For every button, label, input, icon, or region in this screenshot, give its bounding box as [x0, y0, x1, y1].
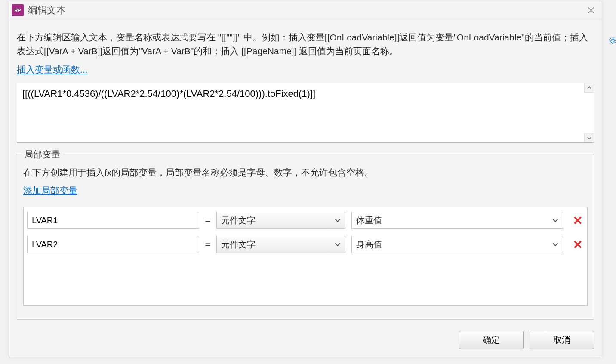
- dialog-body: 在下方编辑区输入文本，变量名称或表达式要写在 "[[""]]" 中。例如：插入变…: [9, 20, 602, 331]
- scroll-up-button[interactable]: [584, 83, 594, 93]
- delete-icon: [573, 240, 582, 249]
- expression-input[interactable]: [17, 83, 583, 142]
- cancel-button[interactable]: 取消: [530, 331, 594, 349]
- delete-row-button[interactable]: [572, 214, 584, 226]
- dialog-footer: 确定 取消: [9, 331, 602, 357]
- select-value: 体重值: [356, 215, 382, 226]
- scroll-down-button[interactable]: [584, 133, 594, 142]
- variable-name-input[interactable]: [27, 236, 199, 253]
- expression-container: [17, 83, 594, 143]
- chevron-down-icon: [552, 241, 558, 247]
- variable-widget-select[interactable]: 体重值: [351, 212, 563, 229]
- add-local-variable-link[interactable]: 添加局部变量: [23, 185, 77, 197]
- close-icon: [587, 6, 595, 14]
- edit-text-dialog: RP 编辑文本 在下方编辑区输入文本，变量名称或表达式要写在 "[[""]]" …: [9, 0, 602, 357]
- select-value: 身高值: [356, 239, 382, 250]
- variable-row: = 元件文字 体重值: [27, 211, 584, 230]
- fieldset-legend: 局部变量: [22, 148, 63, 160]
- variable-widget-select[interactable]: 身高值: [351, 236, 563, 253]
- chevron-down-icon: [335, 217, 341, 223]
- local-variables-table: = 元件文字 体重值 =: [23, 207, 588, 306]
- variable-row: = 元件文字 身高值: [27, 235, 584, 254]
- chevron-down-icon: [552, 217, 558, 223]
- variable-type-select[interactable]: 元件文字: [216, 212, 345, 229]
- title-bar: RP 编辑文本: [9, 0, 602, 20]
- delete-icon: [573, 216, 582, 225]
- rp-logo-icon: RP: [12, 4, 24, 16]
- local-vars-help: 在下方创建用于插入fx的局部变量，局部变量名称必须是字母、数字，不允许包含空格。: [23, 167, 588, 179]
- close-button[interactable]: [580, 0, 602, 20]
- variable-type-select[interactable]: 元件文字: [216, 236, 345, 253]
- select-value: 元件文字: [221, 239, 256, 250]
- equals-label: =: [203, 215, 213, 226]
- bg-fragment-link: 添: [609, 37, 616, 46]
- variable-name-input[interactable]: [27, 212, 199, 229]
- chevron-up-icon: [587, 86, 591, 90]
- select-value: 元件文字: [221, 215, 256, 226]
- chevron-down-icon: [587, 136, 591, 140]
- local-variables-fieldset: 局部变量 在下方创建用于插入fx的局部变量，局部变量名称必须是字母、数字，不允许…: [17, 154, 594, 320]
- help-text: 在下方编辑区输入文本，变量名称或表达式要写在 "[[""]]" 中。例如：插入变…: [17, 31, 594, 58]
- delete-row-button[interactable]: [572, 238, 584, 250]
- insert-variable-link[interactable]: 插入变量或函数...: [17, 64, 594, 76]
- ok-button[interactable]: 确定: [459, 331, 524, 349]
- dialog-title: 编辑文本: [28, 4, 580, 17]
- chevron-down-icon: [335, 241, 341, 247]
- equals-label: =: [203, 239, 213, 250]
